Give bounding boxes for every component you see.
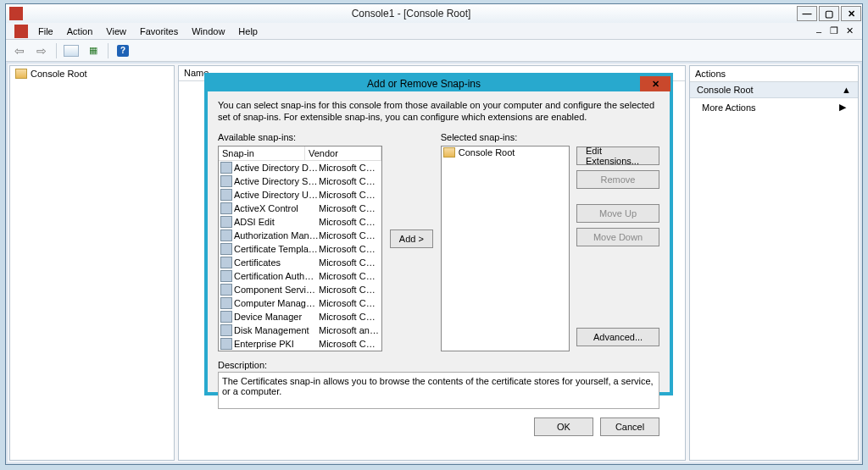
ok-button[interactable]: OK (534, 417, 593, 436)
export-list-button[interactable] (83, 41, 103, 60)
more-actions-label: More Actions (702, 102, 756, 113)
snapin-vendor: Microsoft Cor... (319, 203, 380, 213)
snapin-name: Certificate Templates (234, 244, 319, 254)
snapin-row[interactable]: Device ManagerMicrosoft Cor... (219, 310, 381, 323)
move-up-button[interactable]: Move Up (576, 204, 659, 223)
dialog-close-button[interactable]: ✕ (640, 76, 670, 91)
menu-view[interactable]: View (99, 25, 133, 38)
snapin-icon (220, 257, 232, 268)
tree-root-label: Console Root (31, 69, 87, 79)
move-down-button[interactable]: Move Down (576, 228, 659, 246)
tree-panel[interactable]: Console Root (9, 65, 175, 461)
column-vendor[interactable]: Vendor (305, 147, 381, 160)
menu-help[interactable]: Help (231, 25, 264, 38)
actions-section-label: Console Root (697, 85, 754, 95)
child-restore-button[interactable]: ❐ (827, 24, 841, 39)
advanced-button[interactable]: Advanced... (576, 328, 659, 346)
snapin-vendor: Microsoft Cor... (319, 298, 380, 308)
snapin-icon (220, 270, 232, 282)
snapin-row[interactable]: ADSI EditMicrosoft Cor... (219, 215, 381, 229)
title-bar[interactable]: Console1 - [Console Root] — ▢ ✕ (6, 4, 862, 23)
dialog-intro-text: You can select snap-ins for this console… (218, 100, 659, 124)
more-actions-item[interactable]: More Actions ▶ (690, 98, 858, 116)
snapin-name: Certificates (234, 257, 319, 268)
menu-action[interactable]: Action (60, 25, 100, 38)
snapin-row[interactable]: Active Directory Site...Microsoft Cor... (219, 174, 381, 188)
child-close-button[interactable]: ✕ (843, 24, 856, 39)
cancel-button[interactable]: Cancel (600, 417, 659, 436)
collapse-icon: ▲ (842, 85, 851, 95)
snapin-name: Authorization Manager (234, 230, 319, 241)
toolbar-separator (56, 43, 57, 58)
description-label: Description: (218, 360, 659, 370)
snapin-name: ActiveX Control (234, 203, 319, 213)
add-remove-snapins-dialog: Add or Remove Snap-ins ✕ You can select … (204, 73, 673, 395)
snapin-vendor: Microsoft Cor... (319, 190, 380, 200)
child-minimize-button[interactable]: – (812, 24, 826, 39)
actions-section[interactable]: Console Root ▲ (690, 82, 858, 98)
edit-extensions-button[interactable]: Edit Extensions... (576, 147, 659, 165)
toolbar-separator (108, 43, 108, 58)
snapin-icon (220, 243, 232, 255)
toolbar: ? (6, 40, 862, 62)
actions-header: Actions (690, 66, 858, 82)
snapin-icon (220, 162, 232, 174)
close-button[interactable]: ✕ (841, 6, 861, 21)
menu-favorites[interactable]: Favorites (133, 25, 185, 38)
snapin-vendor: Microsoft and... (319, 325, 380, 335)
window-title: Console1 - [Console Root] (26, 8, 796, 19)
actions-panel: Actions Console Root ▲ More Actions ▶ (689, 65, 859, 461)
snapin-vendor: Microsoft Cor... (319, 244, 380, 254)
snapin-vendor: Microsoft Cor... (319, 339, 380, 349)
snapin-vendor: Microsoft Cor... (319, 217, 380, 227)
snapin-name: Disk Management (234, 325, 319, 335)
available-snapins-list[interactable]: Snap-in Vendor Active Directory Do...Mic… (218, 146, 382, 351)
snapin-row[interactable]: CertificatesMicrosoft Cor... (219, 256, 381, 269)
snapin-name: Enterprise PKI (234, 339, 319, 349)
add-button[interactable]: Add > (390, 229, 433, 248)
menu-file[interactable]: File (31, 25, 60, 38)
snapin-icon (220, 297, 232, 309)
help-button[interactable]: ? (113, 41, 133, 60)
snapin-icon (220, 324, 232, 336)
dialog-title: Add or Remove Snap-ins (208, 78, 640, 90)
snapin-row[interactable]: Computer Managem...Microsoft Cor... (219, 296, 381, 310)
snapin-name: Active Directory Site... (234, 176, 319, 186)
snapin-row[interactable]: ActiveX ControlMicrosoft Cor... (219, 202, 381, 215)
selected-name: Console Root (459, 147, 515, 158)
snapin-icon (220, 189, 232, 201)
remove-button[interactable]: Remove (576, 170, 659, 189)
snapin-row[interactable]: Authorization ManagerMicrosoft Cor... (219, 229, 381, 242)
app-icon (9, 7, 23, 20)
child-window-icon (14, 25, 28, 38)
selected-snapins-list[interactable]: Console Root (441, 146, 570, 351)
back-button[interactable] (9, 41, 30, 60)
snapin-vendor: Microsoft Cor... (319, 163, 380, 173)
column-snapin[interactable]: Snap-in (219, 147, 305, 160)
snapin-row[interactable]: Component ServicesMicrosoft Cor... (219, 283, 381, 296)
snapin-row[interactable]: Certificate TemplatesMicrosoft Cor... (219, 242, 381, 256)
snapin-icon (220, 229, 232, 241)
snapin-name: Active Directory Use... (234, 190, 319, 200)
dialog-title-bar[interactable]: Add or Remove Snap-ins ✕ (208, 76, 670, 91)
menu-window[interactable]: Window (185, 25, 231, 38)
snapin-name: Device Manager (234, 312, 319, 322)
forward-button[interactable] (31, 41, 52, 60)
snapin-icon (220, 338, 232, 350)
folder-icon (15, 69, 27, 79)
snapin-row[interactable]: Disk ManagementMicrosoft and... (219, 323, 381, 337)
show-hide-tree-button[interactable] (61, 41, 81, 60)
maximize-button[interactable]: ▢ (819, 6, 839, 21)
snapin-icon (220, 311, 232, 323)
tree-root-item[interactable]: Console Root (10, 66, 174, 81)
snapin-vendor: Microsoft Cor... (319, 285, 380, 295)
selected-row[interactable]: Console Root (442, 147, 569, 158)
minimize-button[interactable]: — (797, 6, 817, 21)
snapin-row[interactable]: Certification AuthorityMicrosoft Cor... (219, 269, 381, 283)
snapin-vendor: Microsoft Cor... (319, 257, 380, 268)
snapin-row[interactable]: Enterprise PKIMicrosoft Cor... (219, 337, 381, 351)
snapin-row[interactable]: Active Directory Use...Microsoft Cor... (219, 188, 381, 202)
snapin-row[interactable]: Active Directory Do...Microsoft Cor... (219, 161, 381, 174)
folder-icon (443, 147, 455, 158)
snapin-name: Certification Authority (234, 271, 319, 281)
